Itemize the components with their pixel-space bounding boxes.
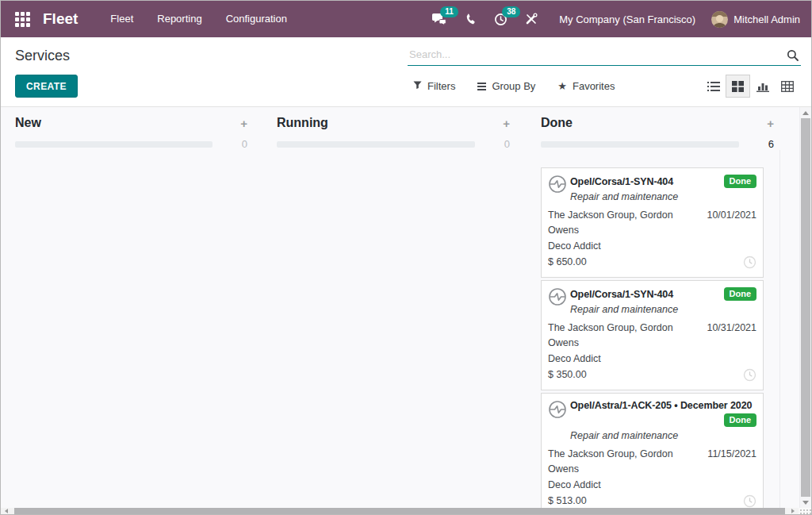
scroll-down-arrow[interactable] [800, 497, 811, 508]
card-vendor: Deco Addict [548, 478, 756, 493]
phone-button[interactable] [456, 1, 485, 37]
activities-button[interactable]: 38 [485, 1, 516, 37]
status-badge: Done [724, 413, 757, 427]
control-panel: Services CREATE Filters Group By ★ Favor… [1, 37, 811, 107]
kanban-card[interactable]: Opel/Corsa/1-SYN-404 Done Repair and mai… [541, 280, 764, 390]
tools-icon [525, 13, 538, 25]
kanban-column-title: New [15, 116, 213, 130]
progress-bar[interactable] [277, 141, 475, 148]
menu-reporting[interactable]: Reporting [145, 1, 213, 37]
menu-fleet[interactable]: Fleet [98, 1, 145, 37]
kanban-board: New + 0 Running + 0 Done + 6 [1, 107, 811, 508]
activity-clock-icon[interactable] [743, 494, 756, 508]
card-partner-row: The Jackson Group, Gordon Owens 10/01/20… [548, 208, 756, 238]
add-record-button[interactable]: + [739, 117, 774, 129]
tools-button[interactable] [516, 1, 546, 37]
group-by-dropdown[interactable]: Group By [477, 80, 535, 92]
filter-toolbar: Filters Group By ★ Favorites [413, 75, 615, 98]
app-brand[interactable]: Fleet [43, 10, 78, 28]
scroll-left-arrow[interactable] [1, 508, 14, 514]
vehicle-logo-icon [548, 287, 567, 306]
card-amount: $ 350.00 [548, 367, 743, 382]
kanban-view-button[interactable] [726, 75, 750, 98]
kanban-column-progress: 6 [541, 138, 774, 150]
view-switcher [701, 75, 799, 98]
graph-view-button[interactable] [750, 75, 775, 98]
kanban-card[interactable]: Opel/Astra/1-ACK-205 • December 2020 Don… [541, 393, 764, 508]
menu-configuration[interactable]: Configuration [214, 1, 299, 37]
kanban-column-cards: Opel/Corsa/1-SYN-404 Done Repair and mai… [541, 167, 764, 508]
filter-funnel-icon [413, 80, 422, 92]
add-record-button[interactable]: + [213, 117, 247, 129]
search-icon[interactable] [787, 49, 799, 65]
scroll-up-arrow[interactable] [800, 107, 811, 118]
horizontal-scrollbar[interactable] [1, 508, 811, 514]
activity-clock-icon[interactable] [743, 256, 756, 269]
card-header: Opel/Corsa/1-SYN-404 Done Repair and mai… [548, 287, 756, 317]
systray: 11 38 My Company (San Francisco) [423, 1, 800, 37]
company-switcher[interactable]: My Company (San Francisco) [559, 13, 695, 25]
user-menu[interactable]: Mitchell Admin [733, 13, 800, 25]
card-service-type: Repair and maintenance [570, 302, 756, 317]
horizontal-scrollbar-thumb[interactable] [14, 508, 785, 514]
card-header: Opel/Corsa/1-SYN-404 Done Repair and mai… [548, 175, 756, 204]
card-title-row: Opel/Corsa/1-SYN-404 Done [570, 287, 756, 301]
vertical-scrollbar[interactable] [799, 107, 811, 508]
card-amount: $ 513.00 [548, 494, 743, 508]
list-view-button[interactable] [701, 75, 726, 98]
card-title-row: Opel/Corsa/1-SYN-404 Done [570, 175, 756, 188]
favorites-star-icon: ★ [557, 81, 567, 91]
progress-bar[interactable] [541, 141, 739, 148]
group-by-icon [477, 83, 486, 90]
card-partner: The Jackson Group, Gordon Owens [548, 447, 701, 477]
kanban-card[interactable]: Opel/Corsa/1-SYN-404 Done Repair and mai… [541, 167, 764, 278]
search-input[interactable] [408, 44, 780, 65]
kanban-column-title: Done [541, 116, 739, 130]
phone-icon [465, 13, 477, 25]
kanban-column-title: Running [277, 116, 475, 130]
kanban-columns: New + 0 Running + 0 Done + 6 [1, 107, 811, 508]
kanban-column-header: New + [15, 116, 247, 130]
activity-clock-icon[interactable] [743, 368, 756, 382]
card-partner-row: The Jackson Group, Gordon Owens 10/31/20… [548, 321, 756, 351]
card-header-main: Opel/Astra/1-ACK-205 • December 2020 Don… [570, 400, 756, 443]
card-title: Opel/Corsa/1-SYN-404 [570, 289, 673, 300]
user-avatar[interactable] [711, 11, 728, 28]
card-date: 10/01/2021 [707, 208, 756, 238]
column-record-count: 0 [492, 138, 510, 150]
add-record-button[interactable]: + [475, 117, 510, 129]
status-badge: Done [724, 287, 757, 301]
progress-bar[interactable] [15, 141, 213, 148]
column-record-count: 6 [756, 138, 774, 150]
card-service-type: Repair and maintenance [570, 429, 756, 443]
vehicle-logo-icon [548, 400, 567, 419]
card-partner: The Jackson Group, Gordon Owens [548, 321, 700, 351]
card-title: Opel/Astra/1-ACK-205 • December 2020 [570, 400, 752, 411]
favorites-dropdown[interactable]: ★ Favorites [557, 80, 615, 92]
card-header-main: Opel/Corsa/1-SYN-404 Done Repair and mai… [570, 175, 756, 204]
filters-dropdown[interactable]: Filters [413, 80, 455, 92]
vertical-scrollbar-thumb[interactable] [801, 118, 810, 497]
app-window: Fleet Fleet Reporting Configuration 11 3… [0, 0, 812, 515]
card-footer: $ 650.00 [548, 255, 756, 270]
kanban-column-progress: 0 [15, 138, 247, 150]
card-partner-row: The Jackson Group, Gordon Owens 11/15/20… [548, 447, 756, 477]
column-record-count: 0 [230, 138, 247, 150]
card-vendor: Deco Addict [548, 352, 756, 367]
kanban-column: Running + 0 [265, 107, 529, 508]
card-title-row: Opel/Astra/1-ACK-205 • December 2020 Don… [570, 400, 756, 427]
scroll-right-arrow[interactable] [785, 508, 799, 514]
messages-button[interactable]: 11 [423, 1, 456, 37]
kanban-column-header: Running + [277, 116, 510, 130]
card-partner: The Jackson Group, Gordon Owens [548, 208, 700, 238]
card-header-main: Opel/Corsa/1-SYN-404 Done Repair and mai… [570, 287, 756, 317]
status-badge: Done [724, 175, 757, 188]
search-bar [408, 44, 801, 66]
favorites-label: Favorites [573, 80, 615, 92]
create-button[interactable]: CREATE [15, 75, 78, 98]
pivot-view-button[interactable] [775, 75, 799, 98]
group-by-label: Group By [492, 80, 535, 92]
card-service-type: Repair and maintenance [570, 190, 756, 204]
apps-menu-icon[interactable] [15, 12, 30, 27]
filters-label: Filters [427, 80, 455, 92]
